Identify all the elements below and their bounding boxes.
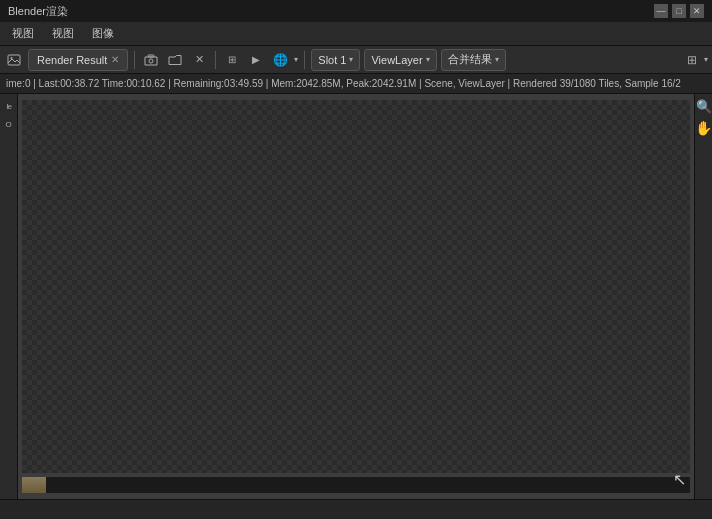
menu-bar: 视图 视图 图像 [0, 22, 712, 46]
search-icon[interactable]: 🔍 [696, 98, 712, 114]
right-sidebar: 🔍 ✋ [694, 94, 712, 499]
render-result-label: Render Result [37, 54, 107, 66]
viewlayer-arrow: ▾ [426, 55, 430, 64]
bottom-bar [0, 499, 712, 519]
toolbar-separator-2 [215, 51, 216, 69]
render-progress-fill [22, 477, 46, 493]
menu-item-view1[interactable]: 视图 [4, 24, 42, 43]
merge-arrow: ▾ [495, 55, 499, 64]
merge-dropdown[interactable]: 合并结果 ▾ [441, 49, 506, 71]
canvas-area[interactable]: ↖ [18, 94, 694, 499]
viewlayer-dropdown[interactable]: ViewLayer ▾ [364, 49, 436, 71]
close-icon[interactable]: ✕ [189, 50, 209, 70]
menu-item-view2[interactable]: 视图 [44, 24, 82, 43]
camera-icon[interactable] [141, 50, 161, 70]
maximize-button[interactable]: □ [672, 4, 686, 18]
filter-icon[interactable]: ⊞ [222, 50, 242, 70]
main-area: Ie O ↖ 🔍 ✋ [0, 94, 712, 499]
minimize-button[interactable]: — [654, 4, 668, 18]
globe-dropdown-arrow[interactable]: ▾ [294, 55, 298, 64]
folder-icon[interactable] [165, 50, 185, 70]
render-result-tab[interactable]: Render Result ✕ [28, 49, 128, 71]
viewlayer-label: ViewLayer [371, 54, 422, 66]
slot-arrow: ▾ [349, 55, 353, 64]
globe-icon[interactable]: 🌐 [270, 50, 290, 70]
close-button[interactable]: ✕ [690, 4, 704, 18]
svg-rect-3 [148, 55, 154, 57]
grid-icon[interactable]: ⊞ [682, 50, 702, 70]
title-bar-left: Blender渲染 [8, 4, 68, 19]
image-icon[interactable] [4, 50, 24, 70]
svg-point-2 [149, 59, 153, 63]
status-bar: ime:0 | Last:00:38.72 Time:00:10.62 | Re… [0, 74, 712, 94]
hand-icon[interactable]: ✋ [696, 120, 712, 136]
status-text: ime:0 | Last:00:38.72 Time:00:10.62 | Re… [6, 78, 681, 89]
left-sidebar: Ie O [0, 94, 18, 499]
toolbar-separator-1 [134, 51, 135, 69]
arrow-icon[interactable]: ▶ [246, 50, 266, 70]
title-bar-controls: — □ ✕ [654, 4, 704, 18]
menu-item-image[interactable]: 图像 [84, 24, 122, 43]
toolbar: Render Result ✕ ✕ ⊞ ▶ 🌐 ▾ Slot 1 ▾ ViewL… [0, 46, 712, 74]
toolbar-separator-3 [304, 51, 305, 69]
render-result-close[interactable]: ✕ [111, 54, 119, 65]
sidebar-icon-ie[interactable]: Ie [1, 98, 17, 114]
render-progress-bar [22, 477, 690, 493]
app-title: Blender渲染 [8, 4, 68, 19]
render-canvas [22, 100, 690, 473]
title-bar: Blender渲染 — □ ✕ [0, 0, 712, 22]
svg-rect-0 [8, 55, 20, 65]
sidebar-icon-o[interactable]: O [1, 116, 17, 132]
slot-label: Slot 1 [318, 54, 346, 66]
slot-dropdown[interactable]: Slot 1 ▾ [311, 49, 360, 71]
merge-label: 合并结果 [448, 52, 492, 67]
grid-dropdown-arrow[interactable]: ▾ [704, 55, 708, 64]
